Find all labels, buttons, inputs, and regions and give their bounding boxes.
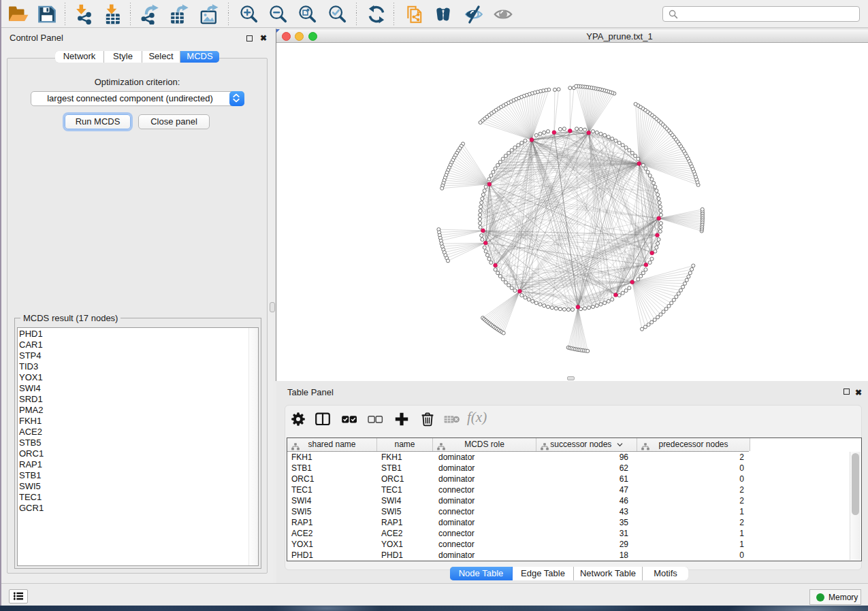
mcds-result-item[interactable]: TEC1 bbox=[19, 492, 44, 503]
table-cell-shared_name[interactable]: RAP1 bbox=[291, 517, 377, 528]
mcds-result-item[interactable]: YOX1 bbox=[19, 372, 44, 383]
zoom-out-icon[interactable] bbox=[268, 4, 289, 24]
table-cell-name[interactable]: FKH1 bbox=[381, 452, 433, 463]
table-cell-mcds_role[interactable]: connector bbox=[438, 528, 536, 539]
table-cell-successor_nodes[interactable]: 47 bbox=[536, 484, 628, 495]
table-scrollbar-thumb[interactable] bbox=[852, 453, 859, 515]
close-panel-icon[interactable]: ✖ bbox=[260, 33, 267, 43]
table-cell-mcds_role[interactable]: dominator bbox=[438, 474, 536, 484]
column-header-predecessor-nodes[interactable]: predecessor nodes bbox=[637, 438, 750, 451]
mcds-result-item[interactable]: STB1 bbox=[19, 470, 44, 481]
mcds-result-item[interactable]: SWI5 bbox=[19, 481, 44, 492]
table-panel-tab-edge-table[interactable]: Edge Table bbox=[513, 567, 574, 580]
status-menu-button[interactable] bbox=[9, 589, 28, 604]
table-cell-shared_name[interactable]: PHD1 bbox=[291, 550, 377, 561]
mcds-result-item[interactable]: PHD1 bbox=[19, 329, 44, 340]
column-header-shared-name[interactable]: shared name bbox=[287, 438, 377, 451]
open-icon[interactable] bbox=[8, 4, 29, 24]
table-cell-shared_name[interactable]: ACE2 bbox=[291, 528, 377, 539]
table-cell-mcds_role[interactable]: dominator bbox=[438, 452, 536, 463]
control-panel-tab-style[interactable]: Style bbox=[104, 51, 142, 63]
zoom-fit-icon[interactable] bbox=[298, 4, 318, 24]
table-cell-shared_name[interactable]: YOX1 bbox=[291, 539, 377, 550]
new-network-from-selection-icon[interactable] bbox=[404, 4, 425, 24]
search-input[interactable] bbox=[681, 8, 855, 21]
mcds-result-item[interactable]: SRD1 bbox=[19, 394, 44, 405]
table-cell-predecessor_nodes[interactable]: 2 bbox=[637, 484, 744, 495]
zoom-window-icon[interactable] bbox=[308, 32, 317, 41]
table-cell-shared_name[interactable]: STB1 bbox=[291, 463, 377, 474]
table-panel-tab-motifs[interactable]: Motifs bbox=[643, 567, 688, 580]
network-canvas[interactable] bbox=[276, 43, 868, 381]
show-all-icon[interactable] bbox=[493, 4, 513, 24]
close-panel-button[interactable]: Close panel bbox=[138, 114, 210, 129]
table-cell-predecessor_nodes[interactable]: 1 bbox=[637, 528, 744, 539]
mcds-result-item[interactable]: TID3 bbox=[19, 361, 44, 372]
table-cell-predecessor_nodes[interactable]: 2 bbox=[637, 495, 744, 506]
find-icon[interactable] bbox=[433, 4, 453, 24]
close-window-icon[interactable] bbox=[282, 32, 291, 41]
horizontal-splitter-grip[interactable] bbox=[567, 376, 575, 380]
table-cell-successor_nodes[interactable]: 18 bbox=[536, 550, 628, 561]
run-mcds-button[interactable]: Run MCDS bbox=[65, 114, 131, 129]
table-cell-successor_nodes[interactable]: 35 bbox=[536, 517, 628, 528]
table-cell-shared_name[interactable]: ORC1 bbox=[291, 474, 377, 484]
table-cell-mcds_role[interactable]: dominator bbox=[438, 517, 536, 528]
table-cell-name[interactable]: PHD1 bbox=[381, 550, 433, 561]
delete-column-icon[interactable] bbox=[419, 410, 436, 428]
mcds-result-item[interactable]: STB5 bbox=[19, 437, 44, 448]
table-cell-predecessor_nodes[interactable]: 2 bbox=[637, 517, 744, 528]
mcds-result-item[interactable]: ORC1 bbox=[19, 448, 44, 459]
mcds-result-scrollbar[interactable] bbox=[248, 328, 258, 565]
zoom-selected-icon[interactable] bbox=[327, 4, 348, 24]
refresh-icon[interactable] bbox=[366, 4, 387, 24]
mcds-result-item[interactable]: ACE2 bbox=[19, 427, 44, 437]
split-view-icon[interactable] bbox=[314, 410, 332, 428]
float-panel-icon[interactable] bbox=[246, 35, 253, 42]
select-all-icon[interactable] bbox=[340, 410, 358, 428]
zoom-in-icon[interactable] bbox=[239, 4, 259, 24]
table-cell-successor_nodes[interactable]: 62 bbox=[536, 463, 628, 474]
table-close-icon[interactable]: ✖ bbox=[855, 388, 862, 397]
table-cell-successor_nodes[interactable]: 46 bbox=[536, 495, 628, 506]
network-graph[interactable] bbox=[276, 43, 867, 381]
deselect-all-icon[interactable] bbox=[366, 410, 384, 428]
save-icon[interactable] bbox=[37, 4, 57, 24]
table-cell-successor_nodes[interactable]: 61 bbox=[536, 474, 628, 484]
table-cell-predecessor_nodes[interactable]: 1 bbox=[637, 506, 744, 517]
table-cell-successor_nodes[interactable]: 43 bbox=[536, 506, 628, 517]
control-panel-tab-select[interactable]: Select bbox=[142, 51, 180, 63]
memory-button[interactable]: Memory bbox=[809, 589, 861, 605]
table-cell-name[interactable]: ACE2 bbox=[381, 528, 433, 539]
mcds-result-item[interactable]: CAR1 bbox=[19, 340, 44, 350]
table-cell-name[interactable]: TEC1 bbox=[381, 484, 433, 495]
add-column-icon[interactable] bbox=[393, 410, 411, 428]
mcds-result-list[interactable]: PHD1CAR1STP4TID3YOX1SWI4SRD1PMA2FKH1ACE2… bbox=[17, 327, 259, 566]
table-cell-name[interactable]: RAP1 bbox=[381, 517, 433, 528]
table-cell-name[interactable]: SWI5 bbox=[381, 506, 433, 517]
table-cell-shared_name[interactable]: SWI4 bbox=[291, 495, 377, 506]
hide-selected-icon[interactable] bbox=[464, 4, 484, 24]
table-cell-mcds_role[interactable]: connector bbox=[438, 506, 536, 517]
search-box[interactable] bbox=[662, 6, 860, 22]
export-network-icon[interactable] bbox=[140, 4, 161, 24]
mcds-result-item[interactable]: FKH1 bbox=[19, 416, 44, 427]
mcds-result-item[interactable]: SWI4 bbox=[19, 383, 44, 394]
import-table-icon[interactable] bbox=[103, 4, 124, 24]
minimize-window-icon[interactable] bbox=[295, 32, 304, 41]
settings-icon[interactable] bbox=[289, 410, 307, 428]
mcds-result-item[interactable]: GCR1 bbox=[19, 503, 44, 514]
mcds-result-item[interactable]: RAP1 bbox=[19, 459, 44, 470]
table-cell-name[interactable]: SWI4 bbox=[381, 495, 433, 506]
table-scrollbar[interactable] bbox=[850, 452, 861, 560]
table-cell-name[interactable]: ORC1 bbox=[381, 474, 433, 484]
mcds-result-item[interactable]: PMA2 bbox=[19, 405, 44, 416]
table-cell-predecessor_nodes[interactable]: 1 bbox=[637, 539, 744, 550]
table-cell-mcds_role[interactable]: connector bbox=[438, 484, 536, 495]
table-cell-mcds_role[interactable]: dominator bbox=[438, 495, 536, 506]
table-cell-successor_nodes[interactable]: 96 bbox=[536, 452, 628, 463]
table-cell-predecessor_nodes[interactable]: 0 bbox=[637, 463, 744, 474]
table-cell-predecessor_nodes[interactable]: 2 bbox=[637, 452, 744, 463]
table-cell-mcds_role[interactable]: dominator bbox=[438, 463, 536, 474]
network-window-titlebar[interactable]: YPA_prune.txt_1 bbox=[276, 29, 868, 43]
